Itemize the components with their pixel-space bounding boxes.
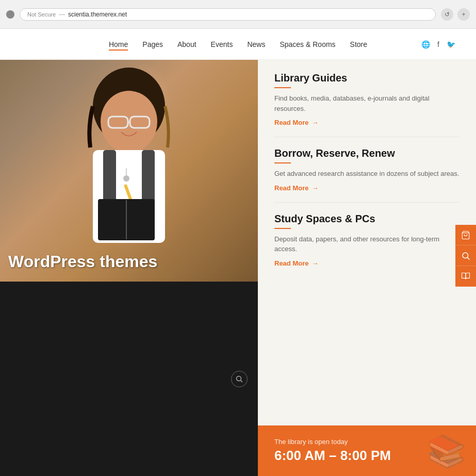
- nav-link-about[interactable]: About: [177, 40, 196, 48]
- nav-item-home[interactable]: Home: [109, 40, 128, 49]
- service-desc-borrow: Get advanced research assistance in doze…: [274, 169, 459, 179]
- svg-line-14: [241, 380, 243, 382]
- new-tab-button[interactable]: +: [457, 8, 470, 21]
- nav-item-news[interactable]: News: [247, 40, 265, 49]
- hero-search-button[interactable]: [231, 371, 248, 387]
- services-panel: Library Guides Find books, media, databa…: [258, 60, 476, 425]
- svg-point-16: [463, 253, 468, 258]
- hero-overlay-text: WordPress themes: [8, 252, 157, 271]
- service-title-study: Study Spaces & PCs: [274, 213, 459, 225]
- service-underline-3: [274, 228, 291, 229]
- browser-chrome: Not Secure — scientia.themerex.net ↺ +: [0, 0, 476, 29]
- svg-line-17: [467, 257, 469, 259]
- hero-image: WordPress themes: [0, 60, 258, 282]
- nav-link-news[interactable]: News: [247, 40, 265, 48]
- nav-item-store[interactable]: Store: [350, 40, 367, 49]
- nav-link-events[interactable]: Events: [211, 40, 233, 48]
- side-buttons: [455, 225, 476, 287]
- service-underline-2: [274, 162, 291, 163]
- service-desc-study: Deposit data, papers, and other resource…: [274, 234, 459, 254]
- svg-point-13: [237, 376, 241, 381]
- url-text: scientia.themerex.net: [68, 11, 127, 18]
- nav-social-icons: 🌐 f 🐦: [421, 40, 455, 48]
- nav-link-store[interactable]: Store: [350, 40, 367, 48]
- browser-controls: ↺ +: [441, 8, 470, 21]
- side-book-button[interactable]: [455, 266, 476, 287]
- service-item-guides: Library Guides Find books, media, databa…: [274, 72, 459, 137]
- service-item-study: Study Spaces & PCs Deposit data, papers,…: [274, 213, 459, 277]
- side-search-button[interactable]: [455, 245, 476, 266]
- hero-section: WordPress themes: [0, 60, 258, 476]
- hero-bottom: [0, 282, 258, 476]
- hours-banner: The library is open today 6:00 AM – 8:00…: [258, 425, 476, 476]
- separator: —: [59, 11, 65, 18]
- navbar: Home Pages About Events News Spaces & Ro…: [0, 29, 476, 60]
- browser-security-icon: [6, 10, 14, 19]
- cart-icon: [461, 231, 470, 240]
- globe-icon[interactable]: 🌐: [421, 40, 430, 48]
- magnifier-icon: [461, 251, 470, 260]
- book-decoration-icon: 📚: [427, 433, 466, 469]
- service-item-borrow: Borrow, Reserve, Renew Get advanced rese…: [274, 147, 459, 203]
- right-panel: Library Guides Find books, media, databa…: [258, 60, 476, 476]
- main-content: WordPress themes Library Guides Find boo: [0, 60, 476, 476]
- address-bar[interactable]: Not Secure — scientia.themerex.net: [20, 8, 436, 21]
- nav-links: Home Pages About Events News Spaces & Ro…: [109, 40, 367, 49]
- read-more-guides[interactable]: Read More: [274, 119, 459, 126]
- svg-point-11: [123, 175, 129, 182]
- nav-item-about[interactable]: About: [177, 40, 196, 49]
- not-secure-label: Not Secure: [27, 11, 56, 18]
- nav-item-spaces[interactable]: Spaces & Rooms: [280, 40, 335, 49]
- read-more-study[interactable]: Read More: [274, 259, 459, 267]
- nav-item-events[interactable]: Events: [211, 40, 233, 49]
- nav-link-home[interactable]: Home: [109, 40, 128, 51]
- service-desc-guides: Find books, media, databases, e-journals…: [274, 93, 459, 113]
- open-book-icon: [461, 272, 470, 281]
- side-cart-button[interactable]: [455, 225, 476, 245]
- person-illustration: [46, 65, 211, 282]
- service-title-guides: Library Guides: [274, 72, 459, 84]
- nav-link-pages[interactable]: Pages: [142, 40, 163, 48]
- service-underline-1: [274, 87, 291, 88]
- reload-button[interactable]: ↺: [441, 8, 453, 21]
- nav-item-pages[interactable]: Pages: [142, 40, 163, 49]
- facebook-icon[interactable]: f: [437, 40, 439, 48]
- nav-link-spaces[interactable]: Spaces & Rooms: [280, 40, 335, 48]
- read-more-borrow[interactable]: Read More: [274, 184, 459, 192]
- service-title-borrow: Borrow, Reserve, Renew: [274, 147, 459, 159]
- page: Home Pages About Events News Spaces & Ro…: [0, 29, 476, 476]
- twitter-icon[interactable]: 🐦: [447, 40, 455, 48]
